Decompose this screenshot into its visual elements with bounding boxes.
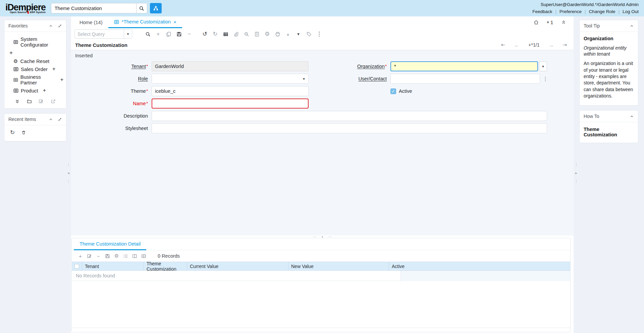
next-record-button[interactable]: →: [548, 42, 553, 48]
theme-field[interactable]: [152, 86, 309, 96]
label-button[interactable]: [304, 29, 314, 39]
detail-delete-button[interactable]: −: [94, 252, 103, 260]
top-header: iDempiere Open Source ERP System SuperUs…: [0, 0, 644, 16]
detail-columns-button[interactable]: [130, 252, 139, 260]
detail-new-button[interactable]: +: [76, 252, 85, 260]
collapse-left-icon[interactable]: ◂: [67, 171, 69, 175]
favorite-item-sales-order[interactable]: Sales Order +: [4, 65, 66, 73]
column-header-active[interactable]: Active: [389, 262, 570, 270]
previous-record-button[interactable]: ←: [514, 42, 519, 48]
select-all-checkbox[interactable]: [74, 264, 79, 269]
find-record-button[interactable]: [143, 29, 153, 39]
collapse-all-tabs-icon[interactable]: [561, 20, 566, 25]
trash-icon[interactable]: [21, 130, 26, 135]
requery-button[interactable]: ↻: [210, 29, 220, 39]
process-button[interactable]: ⚙: [262, 29, 272, 39]
preference-link[interactable]: Preference: [556, 8, 585, 15]
left-splitter[interactable]: ⋮ ◂ ⋮: [67, 162, 70, 184]
new-record-plus-icon[interactable]: +: [60, 77, 63, 83]
tooltip-content: Organization Organizational entity withi…: [580, 32, 638, 105]
window-icon: [114, 19, 119, 24]
description-field[interactable]: [152, 111, 547, 121]
collapse-panel-icon[interactable]: [630, 114, 634, 119]
zoom-across-button[interactable]: [241, 29, 252, 39]
organization-field[interactable]: [390, 61, 538, 71]
column-header-new-value[interactable]: New Value: [288, 262, 389, 270]
main-area: Home (14) *Theme Customization × ▾ 1 ▾ +: [71, 16, 574, 333]
desktop-switcher[interactable]: ▾ 1: [547, 20, 553, 25]
active-checkbox[interactable]: ✓: [390, 88, 396, 94]
tab-theme-customization-detail[interactable]: Theme Customization Detail: [74, 238, 146, 250]
change-role-link[interactable]: Change Role: [586, 8, 619, 15]
column-header-theme-customization[interactable]: Theme Customization: [144, 262, 187, 270]
print-button[interactable]: [272, 29, 283, 39]
plus-icon: +: [79, 253, 82, 259]
select-query-caret-button[interactable]: ▾: [124, 30, 132, 38]
select-query-input[interactable]: [75, 30, 124, 38]
parent-record-button[interactable]: ▴: [283, 29, 293, 39]
first-record-button[interactable]: ⇤: [501, 42, 505, 48]
detail-grid-button[interactable]: [139, 252, 148, 260]
save-button[interactable]: [174, 29, 184, 39]
form-row-description: Description: [71, 111, 574, 121]
search-input[interactable]: [51, 3, 136, 13]
collapse-detail-icon[interactable]: ▾: [322, 235, 323, 239]
favorite-item-plus[interactable]: +: [4, 49, 66, 57]
column-header-current-value[interactable]: Current Value: [187, 262, 288, 270]
columns-icon: [132, 254, 137, 259]
report-button[interactable]: [252, 29, 262, 39]
log-out-link[interactable]: Log Out: [620, 8, 639, 15]
collapse-right-icon[interactable]: ▸: [575, 171, 577, 175]
new-record-button[interactable]: +: [153, 29, 163, 39]
edit-favorites-icon[interactable]: [39, 99, 44, 104]
favorite-item-system-configurator[interactable]: System Configurator: [4, 35, 66, 49]
horizontal-splitter[interactable]: ⋯ ▾ ⋯: [71, 236, 574, 238]
share-icon[interactable]: [51, 99, 56, 104]
detail-quick-entry-button[interactable]: [121, 252, 130, 260]
undo-button[interactable]: ↺: [200, 29, 210, 39]
grid-toggle-button[interactable]: [220, 29, 231, 39]
refresh-icon[interactable]: ↻: [10, 130, 15, 135]
role-field[interactable]: [152, 74, 300, 83]
delete-record-button[interactable]: −: [184, 29, 195, 39]
vertical-dots-icon: ⋮: [316, 30, 322, 38]
menu-tree-button[interactable]: [150, 3, 162, 13]
feedback-link[interactable]: Feedback: [529, 8, 555, 15]
tab-home[interactable]: Home (14): [74, 16, 108, 28]
search-button[interactable]: [136, 3, 147, 13]
stylesheet-field[interactable]: [152, 123, 547, 133]
window-title-row: Theme Customization ⇤ ← +*1/1 → ⇥: [71, 40, 574, 50]
close-tab-icon[interactable]: ×: [173, 19, 176, 25]
home-icon[interactable]: [533, 19, 539, 25]
name-field[interactable]: [152, 98, 309, 109]
new-record-plus-icon[interactable]: +: [52, 66, 55, 72]
expand-panel-icon[interactable]: [58, 117, 62, 122]
collapse-all-icon[interactable]: [15, 99, 20, 104]
collapse-panel-icon[interactable]: [630, 24, 634, 28]
detail-process-button[interactable]: ⚙: [112, 252, 121, 260]
new-record-plus-icon[interactable]: +: [43, 87, 46, 93]
column-header-tenant[interactable]: Tenant: [82, 262, 144, 270]
last-record-button[interactable]: ⇥: [562, 42, 567, 48]
expand-panel-icon[interactable]: [58, 24, 62, 28]
favorite-item-business-partner[interactable]: Business Partner +: [4, 73, 66, 86]
user-contact-field[interactable]: [390, 74, 540, 84]
folder-icon[interactable]: [27, 99, 32, 104]
favorite-item-cache-reset[interactable]: ⚙ Cache Reset: [4, 57, 66, 65]
collapse-panel-icon[interactable]: [49, 117, 53, 122]
user-contact-more-button[interactable]: ⋮: [543, 76, 548, 82]
favorite-item-product[interactable]: Product +: [4, 86, 66, 94]
organization-dropdown-button[interactable]: ▾: [539, 61, 547, 71]
collapse-panel-icon[interactable]: [49, 24, 53, 28]
tab-theme-customization[interactable]: *Theme Customization ×: [108, 16, 182, 28]
copy-record-button[interactable]: [163, 29, 174, 39]
right-splitter[interactable]: ⋮ ▸ ⋮: [575, 162, 578, 184]
description-label: Description: [71, 113, 152, 119]
attachment-button[interactable]: [231, 29, 241, 39]
undo-icon: ↺: [202, 30, 207, 38]
detail-record-button[interactable]: ▾: [293, 29, 304, 39]
detail-save-button[interactable]: [103, 252, 112, 260]
detail-edit-button[interactable]: [85, 252, 94, 260]
more-actions-button[interactable]: ⋮: [314, 29, 324, 39]
role-dropdown-button[interactable]: ▾: [300, 74, 308, 83]
